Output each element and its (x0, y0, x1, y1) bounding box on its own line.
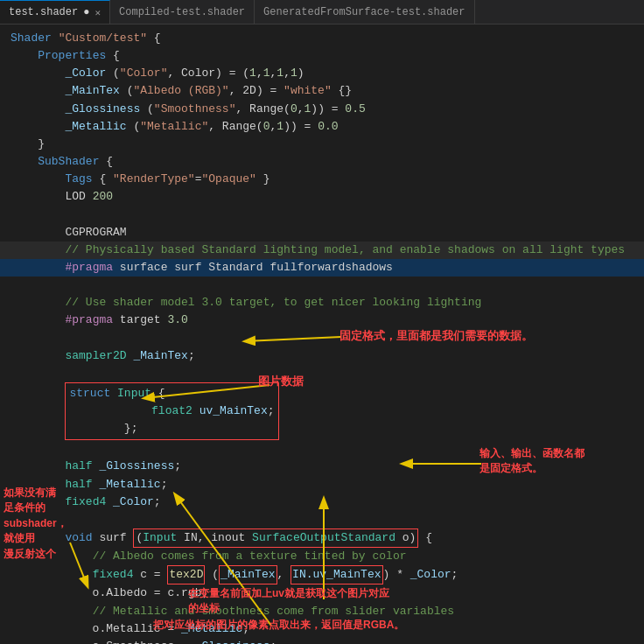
code-line: sampler2D _MainTex; (0, 347, 644, 365)
tab-label: test.shader (9, 6, 78, 18)
code-line: CGPROGRAM (0, 224, 644, 242)
tab-close-button[interactable]: ✕ (94, 7, 101, 18)
code-line: o.Smoothness = _Glossiness; (0, 638, 644, 644)
code-line: Properties { (0, 47, 644, 65)
code-line: Shader "Custom/test" { (0, 30, 644, 47)
code-line (0, 511, 644, 528)
code-editor[interactable]: Shader "Custom/test" { Properties { _Col… (0, 24, 644, 644)
code-line: _MainTex ("Albedo (RGB)", 2D) = "white" … (0, 82, 644, 100)
code-line-pragma: #pragma surface surf Standard fullforwar… (0, 259, 644, 276)
code-line: // Use shader model 3.0 target, to get n… (0, 294, 644, 312)
code-line: #pragma target 3.0 (0, 312, 644, 329)
code-line (0, 206, 644, 223)
code-line: fixed4 _Color; (0, 494, 644, 511)
code-line (0, 440, 644, 458)
code-line-comment: // Physically based Standard lighting mo… (0, 242, 644, 259)
tab-compiled[interactable]: Compiled-test.shader (110, 0, 255, 24)
tab-label: GeneratedFromSurface-test.shader (263, 6, 465, 18)
code-line (0, 276, 644, 294)
code-line: o.Albedo = c.rgb; (0, 584, 644, 602)
tab-test-shader[interactable]: test.shader ● ✕ (0, 0, 110, 24)
code-line (0, 329, 644, 346)
tab-label: Compiled-test.shader (119, 6, 245, 18)
code-line: o.Metallic = _Metallic; (0, 620, 644, 638)
code-line: SubShader { (0, 153, 644, 171)
tab-modified-dot: ● (83, 6, 89, 18)
code-line: // Metallic and smoothness come from sli… (0, 603, 644, 620)
code-line: // Albedo comes from a texture tinted by… (0, 548, 644, 565)
code-line-struct-start: struct Input { float2 uv_MainTex; }; (0, 382, 644, 440)
code-line: fixed4 c = tex2D (_MainTex, IN.uv_MainTe… (0, 565, 644, 584)
tab-bar: test.shader ● ✕ Compiled-test.shader Gen… (0, 0, 644, 24)
code-line: _Color ("Color", Color) = (1,1,1,1) (0, 65, 644, 82)
code-line-void-surf: void surf (Input IN, inout SurfaceOutput… (0, 528, 644, 548)
code-line (0, 365, 644, 382)
code-line: } (0, 136, 644, 153)
code-line: half _Glossiness; (0, 458, 644, 475)
code-line: _Glossiness ("Smoothness", Range(0,1)) =… (0, 101, 644, 118)
code-line: Tags { "RenderType"="Opaque" } (0, 171, 644, 188)
code-line: half _Metallic; (0, 476, 644, 494)
tab-generated[interactable]: GeneratedFromSurface-test.shader (255, 0, 474, 24)
code-line: _Metallic ("Metallic", Range(0,1)) = 0.0 (0, 118, 644, 136)
code-line: LOD 200 (0, 188, 644, 206)
